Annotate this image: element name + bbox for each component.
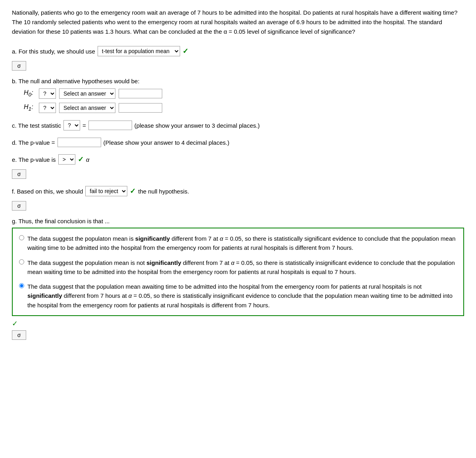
section-d: d. The p-value = (Please show your answe… <box>12 138 464 147</box>
conclusion-box: The data suggest the populaton mean is s… <box>12 228 464 316</box>
part-c-equals: = <box>83 122 86 129</box>
h1-label: H1: <box>24 103 36 112</box>
part-e-label: e. The p-value is <box>12 156 56 163</box>
section-b: b. The null and alternative hypotheses w… <box>12 78 464 113</box>
h1-relation-select[interactable]: Select an answer = < > ≠ ≤ ≥ <box>59 103 115 113</box>
part-d-note: (Please show your answer to 4 decimal pl… <box>104 139 230 146</box>
conclusion-option-3: The data suggest that the population mea… <box>19 282 457 310</box>
part-e-sigma-button[interactable]: σ <box>12 169 26 179</box>
alpha-symbol: α <box>86 156 90 163</box>
h0-relation-select[interactable]: Select an answer = < > ≠ ≤ ≥ <box>59 88 115 99</box>
part-a-label: a. For this study, we should use <box>12 48 95 55</box>
h0-symbol-select[interactable]: ? μ p <box>39 88 56 99</box>
part-c-label: c. The test statistic <box>12 122 61 129</box>
part-g-checkmark: ✓ <box>12 319 464 328</box>
h1-symbol-select[interactable]: ? μ p <box>39 103 56 113</box>
h1-row: H1: ? μ p Select an answer = < > ≠ ≤ ≥ <box>24 103 464 113</box>
section-a: a. For this study, we should use t-test … <box>12 46 464 71</box>
reject-select[interactable]: fail to reject reject <box>85 186 127 196</box>
part-f-note: the null hypothesis. <box>138 188 189 195</box>
section-c: c. The test statistic ? t z = (please sh… <box>12 120 464 130</box>
conclusion-text-3: The data suggest that the population mea… <box>27 282 457 310</box>
part-f-label: f. Based on this, we should <box>12 188 83 195</box>
conclusion-radio-3[interactable] <box>19 283 24 288</box>
conclusion-text-1: The data suggest the populaton mean is s… <box>27 234 457 253</box>
h0-label: H0: <box>24 89 36 98</box>
pvalue-input[interactable] <box>58 138 101 147</box>
h0-row: H0: ? μ p Select an answer = < > ≠ ≤ ≥ <box>24 88 464 99</box>
section-f: f. Based on this, we should fail to reje… <box>12 186 464 211</box>
part-b-label: b. The null and alternative hypotheses w… <box>12 78 464 84</box>
test-stat-select[interactable]: ? t z <box>63 120 80 130</box>
part-e-checkmark: ✓ <box>78 155 84 164</box>
section-e: e. The p-value is > < = ✓ α σ <box>12 154 464 179</box>
part-f-sigma-button[interactable]: σ <box>12 201 26 211</box>
conclusion-radio-2[interactable] <box>19 259 24 264</box>
pvalue-comparison-select[interactable]: > < = <box>58 154 75 165</box>
test-type-select[interactable]: t-test for a population mean z-test for … <box>98 46 180 56</box>
h1-value-input[interactable] <box>119 103 162 113</box>
conclusion-option-2: The data suggest the population mean is … <box>19 258 457 277</box>
h0-value-input[interactable] <box>119 89 162 98</box>
part-d-label: d. The p-value = <box>12 139 55 146</box>
conclusion-radio-1[interactable] <box>19 235 24 240</box>
part-g-sigma-button[interactable]: σ <box>12 330 26 340</box>
conclusion-text-2: The data suggest the population mean is … <box>27 258 457 277</box>
part-a-sigma-button[interactable]: σ <box>12 61 26 71</box>
part-a-checkmark: ✓ <box>182 47 188 56</box>
part-f-checkmark: ✓ <box>130 187 136 195</box>
part-g-label: g. Thus, the final conclusion is that ..… <box>12 218 464 224</box>
test-stat-input[interactable] <box>88 121 132 130</box>
conclusion-option-1: The data suggest the populaton mean is s… <box>19 234 457 253</box>
part-c-note: (please show your answer to 3 decimal pl… <box>134 122 260 129</box>
intro-text: Nationally, patients who go to the emerg… <box>12 8 464 36</box>
section-g: g. Thus, the final conclusion is that ..… <box>12 218 464 340</box>
